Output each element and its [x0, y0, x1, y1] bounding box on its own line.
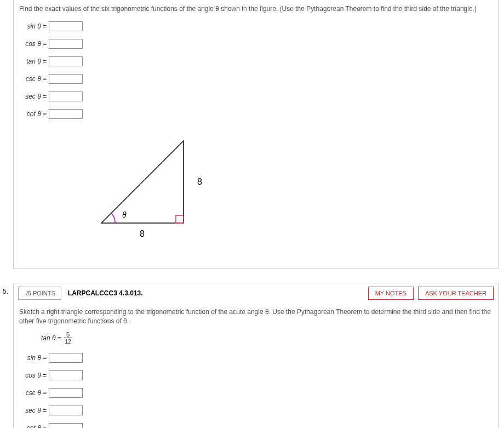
- my-notes-button[interactable]: MY NOTES: [368, 287, 414, 300]
- q2-given-den: 12: [64, 338, 72, 345]
- q2-sec-input[interactable]: [49, 406, 83, 415]
- q2-cot-label: cot θ =: [22, 424, 49, 428]
- question-2-content: Sketch a right triangle corresponding to…: [14, 303, 498, 428]
- q2-instruction: Sketch a right triangle corresponding to…: [19, 307, 492, 326]
- q2-number: 5.: [3, 288, 8, 295]
- q1-sin-input[interactable]: [49, 21, 83, 31]
- q2-sin-label: sin θ =: [22, 354, 49, 362]
- q2-cot-row: cot θ =: [22, 423, 492, 428]
- q1-tan-input[interactable]: [49, 56, 83, 66]
- q1-instruction: Find the exact values of the six trigono…: [19, 4, 492, 14]
- q2-cos-input[interactable]: [49, 370, 83, 380]
- q1-cos-input[interactable]: [49, 39, 83, 49]
- q1-cot-row: cot θ =: [22, 109, 492, 119]
- q1-tan-row: tan θ =: [22, 56, 492, 66]
- q1-cos-label: cos θ =: [22, 40, 49, 48]
- q1-sec-input[interactable]: [49, 92, 83, 101]
- q2-given-num: 5: [64, 331, 72, 338]
- q1-cos-row: cos θ =: [22, 39, 492, 49]
- q1-sec-row: sec θ =: [22, 92, 492, 101]
- q2-cos-row: cos θ =: [22, 370, 492, 380]
- q2-csc-input[interactable]: [49, 388, 83, 398]
- q2-header: -/5 POINTS LARPCALCCC3 4.3.013. MY NOTES…: [14, 283, 498, 303]
- triangle-right-label: 8: [197, 177, 202, 186]
- q2-csc-label: csc θ =: [22, 389, 49, 397]
- q2-csc-row: csc θ =: [22, 388, 492, 398]
- question-2: 5. -/5 POINTS LARPCALCCC3 4.3.013. MY NO…: [13, 283, 499, 428]
- triangle-theta-label: θ: [122, 210, 127, 219]
- q1-sin-row: sin θ =: [22, 21, 492, 31]
- triangle-bottom-label: 8: [140, 229, 145, 238]
- q2-points[interactable]: -/5 POINTS: [18, 287, 61, 300]
- q1-tan-label: tan θ =: [22, 58, 49, 65]
- q1-csc-label: csc θ =: [22, 75, 49, 83]
- question-1-content: Find the exact values of the six trigono…: [14, 0, 498, 269]
- q2-sin-row: sin θ =: [22, 353, 492, 363]
- svg-rect-1: [176, 215, 184, 223]
- q2-cot-input[interactable]: [49, 423, 83, 428]
- q1-cot-label: cot θ =: [22, 110, 49, 118]
- svg-marker-0: [101, 141, 184, 223]
- q1-sec-label: sec θ =: [22, 93, 49, 100]
- triangle-svg: θ 8 8: [90, 130, 216, 245]
- q2-given: tan θ = 5 12: [41, 331, 492, 345]
- q2-sec-label: sec θ =: [22, 407, 49, 414]
- q2-given-label: tan θ =: [41, 334, 61, 342]
- q2-book-ref: LARPCALCCC3 4.3.013.: [66, 287, 145, 300]
- q2-given-fraction: 5 12: [64, 331, 72, 345]
- ask-teacher-button[interactable]: ASK YOUR TEACHER: [418, 287, 494, 300]
- q1-csc-row: csc θ =: [22, 74, 492, 84]
- q1-csc-input[interactable]: [49, 74, 83, 84]
- q2-sin-input[interactable]: [49, 353, 83, 363]
- q2-cos-label: cos θ =: [22, 372, 49, 379]
- q2-sec-row: sec θ =: [22, 406, 492, 415]
- q1-cot-input[interactable]: [49, 109, 83, 119]
- question-1: Find the exact values of the six trigono…: [13, 0, 499, 269]
- q1-sin-label: sin θ =: [22, 22, 49, 30]
- q1-triangle-figure: θ 8 8: [90, 130, 492, 247]
